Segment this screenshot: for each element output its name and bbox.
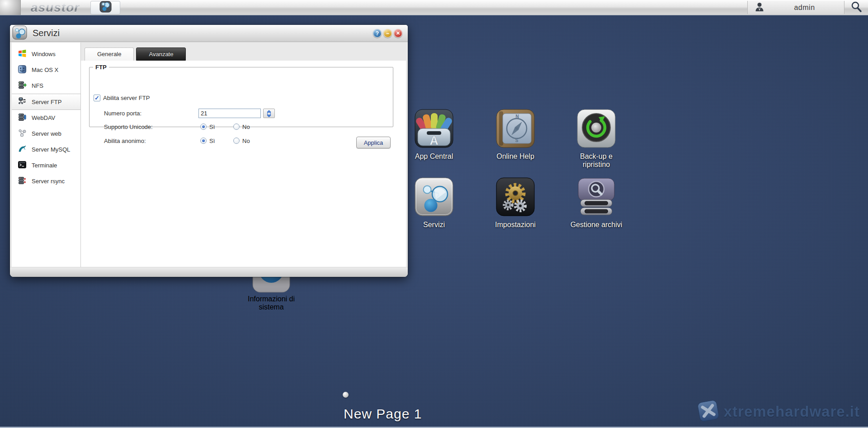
sidebar-item-label: Terminale: [32, 162, 57, 169]
desktop-icon-backup-restore[interactable]: Back-up e ripristino: [556, 109, 637, 169]
terminal-icon: [18, 160, 27, 171]
sidebar-item-label: NFS: [32, 82, 43, 89]
tab-content-area: Generale Avanzate FTP ✓ Abilita server F…: [81, 43, 406, 267]
services-sidebar: Windows Mac OS X NFS Server FTP WebDAV S…: [12, 43, 81, 267]
sidebar-item-server-web[interactable]: Server web: [12, 126, 80, 142]
search-button[interactable]: [844, 0, 868, 15]
svg-text:S: S: [515, 138, 519, 143]
backup-restore-icon: [576, 109, 616, 150]
desktop-icon-label: Back-up e ripristino: [556, 152, 637, 169]
services-mini-icon: [99, 1, 112, 14]
services-window-icon: [12, 25, 27, 42]
desktop-icon-settings[interactable]: Impostazioni: [475, 177, 556, 229]
unicode-yes-radio[interactable]: [200, 124, 207, 130]
username-label: admin: [765, 4, 844, 12]
sidebar-item-label: Windows: [32, 51, 56, 57]
minimize-button[interactable]: −: [383, 29, 392, 38]
user-icon: [754, 1, 765, 14]
desktop-icon-label: Impostazioni: [475, 221, 556, 229]
windows-icon: [18, 49, 27, 59]
tab-strip: Generale Avanzate: [81, 43, 406, 61]
unicode-yes-label: Sì: [209, 124, 233, 130]
asustor-logo: asustor: [31, 0, 80, 15]
tab-generale[interactable]: Generale: [85, 48, 134, 61]
anonymous-yes-radio[interactable]: [200, 138, 207, 144]
anonymous-label: Abilita anonimo:: [104, 138, 200, 144]
mac-os-icon: [18, 65, 27, 75]
desktop-icon-label: Gestione archivi: [556, 221, 637, 229]
search-icon: [850, 1, 862, 14]
sidebar-item-server-ftp[interactable]: Server FTP: [12, 94, 80, 110]
window-footer: [10, 267, 408, 277]
ftp-legend: FTP: [93, 64, 109, 71]
sidebar-item-label: Mac OS X: [32, 67, 58, 73]
port-spinner[interactable]: [263, 109, 275, 118]
desktop-icon-label: Informazioni di sistema: [231, 295, 312, 311]
sidebar-item-mac-os-x[interactable]: Mac OS X: [12, 62, 80, 78]
watermark: xtremehardware.it: [698, 400, 860, 423]
top-bar: asustor admin: [0, 0, 868, 15]
window-title: Servizi: [33, 28, 373, 38]
port-label: Numero porta:: [104, 110, 198, 117]
unicode-no-radio[interactable]: [233, 124, 240, 130]
window-titlebar[interactable]: Servizi ? − ✕: [10, 25, 408, 42]
web-server-icon: [18, 128, 27, 139]
desktop-icon-label: Online Help: [475, 152, 556, 161]
svg-text:A: A: [429, 134, 439, 147]
unicode-no-label: No: [242, 124, 250, 130]
sidebar-item-label: Server rsync: [32, 178, 65, 185]
corner-menu-button[interactable]: [0, 0, 21, 15]
desktop-icon-storage-manager[interactable]: Gestione archivi: [556, 177, 637, 229]
webdav-server-icon: [18, 113, 27, 123]
anonymous-no-radio[interactable]: [233, 138, 240, 144]
rsync-server-icon: [18, 176, 27, 186]
storage-manager-icon: [576, 177, 616, 219]
online-help-icon: NS: [495, 109, 535, 150]
sidebar-item-label: Server web: [32, 130, 61, 137]
sidebar-item-label: WebDAV: [32, 114, 55, 121]
services-icon: [414, 177, 454, 219]
sidebar-item-server-rsync[interactable]: Server rsync: [12, 173, 80, 189]
system-info-icon: [251, 287, 291, 295]
ftp-server-icon: [18, 97, 27, 107]
enable-ftp-label: Abilita server FTP: [103, 95, 150, 101]
services-window: Servizi ? − ✕ Windows Mac OS X NFS Serve…: [10, 25, 408, 277]
sidebar-item-nfs[interactable]: NFS: [12, 78, 80, 94]
page-title: New Page 1: [344, 406, 422, 422]
sidebar-item-label: Server MySQL: [32, 146, 70, 153]
watermark-text: xtremehardware.it: [724, 403, 860, 420]
desktop-icon-online-help[interactable]: NS Online Help: [475, 109, 556, 161]
apply-button[interactable]: Applica: [356, 137, 391, 148]
mysql-icon: [18, 144, 27, 155]
nfs-server-icon: [18, 81, 27, 91]
page-indicator-dot[interactable]: [343, 392, 349, 398]
settings-icon: [495, 177, 535, 219]
sidebar-item-windows[interactable]: Windows: [12, 46, 80, 62]
port-input[interactable]: [198, 109, 261, 118]
unicode-label: Supporto Unicode:: [104, 124, 200, 130]
sidebar-item-terminale[interactable]: Terminale: [12, 157, 80, 173]
tab-avanzate[interactable]: Avanzate: [136, 48, 186, 61]
spinner-arrows-icon: [266, 110, 272, 117]
user-menu[interactable]: admin: [747, 1, 844, 14]
sidebar-item-webdav[interactable]: WebDAV: [12, 110, 80, 126]
taskbar-app-servizi[interactable]: [90, 1, 120, 14]
close-button[interactable]: ✕: [394, 29, 402, 38]
enable-ftp-checkbox[interactable]: ✓: [94, 95, 100, 101]
sidebar-item-server-mysql[interactable]: Server MySQL: [12, 142, 80, 157]
svg-text:N: N: [515, 114, 519, 119]
help-button[interactable]: ?: [373, 29, 382, 38]
anonymous-yes-label: Sì: [209, 138, 233, 144]
app-central-icon: A: [414, 109, 454, 150]
anonymous-no-label: No: [242, 138, 250, 144]
xtremehardware-logo-icon: [696, 398, 721, 425]
sidebar-item-label: Server FTP: [32, 99, 61, 105]
